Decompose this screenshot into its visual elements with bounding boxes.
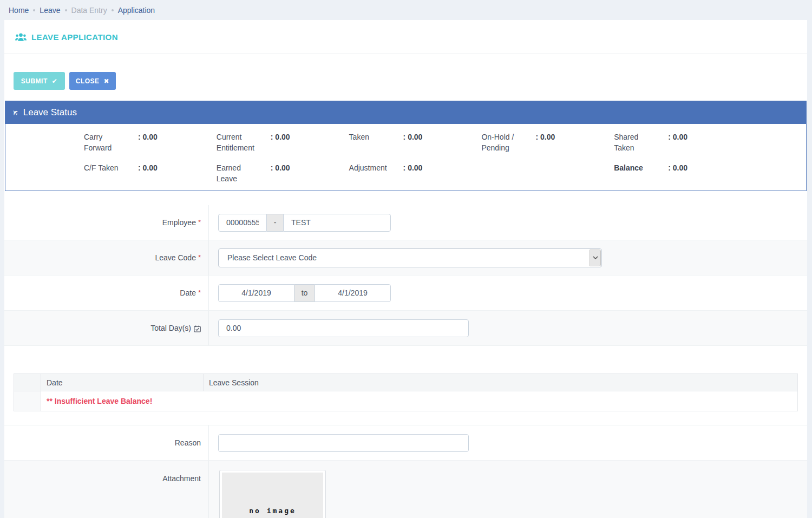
submit-button-label: SUBMIT <box>21 77 48 85</box>
leave-status-header: ✈ Leave Status <box>5 101 806 124</box>
stat-value: 0.00 <box>408 163 422 172</box>
total-days-input[interactable] <box>218 319 469 337</box>
stat-colon: : <box>668 133 671 141</box>
stat-label: Taken <box>349 132 403 142</box>
reason-input[interactable] <box>218 434 469 452</box>
stat-value: 0.00 <box>673 163 687 172</box>
stat-value: 0.00 <box>143 133 158 141</box>
stat-label: Shared Taken <box>614 132 668 154</box>
stat-label: Earned Leave <box>217 162 271 185</box>
leave-code-selected-value: Please Select Leave Code <box>219 249 601 267</box>
leave-application-form: Employee * - Leave Code * Please Select … <box>4 205 807 518</box>
date-to-input[interactable] <box>315 284 391 302</box>
check-icon: ✔ <box>52 77 58 85</box>
leave-application-card: LEAVE APPLICATION SUBMIT ✔ CLOSE ✖ ✈ Lea… <box>4 20 807 518</box>
attachment-upload-box[interactable]: no image <box>219 470 326 518</box>
stat-value: 0.00 <box>673 133 687 141</box>
stat-shared-taken: Shared Taken : 0.00 <box>614 132 746 154</box>
required-marker: * <box>198 253 201 261</box>
leave-code-select[interactable]: Please Select Leave Code <box>218 248 602 267</box>
stat-value: 0.00 <box>408 133 422 141</box>
stat-colon: : <box>535 133 538 141</box>
employee-name-input[interactable] <box>283 214 391 232</box>
employee-label-text: Employee <box>162 218 196 227</box>
leave-status-body: Carry Forward : 0.00 Current Entitlement… <box>5 124 806 191</box>
leave-session-table: Date Leave Session ** Insufficient Leave… <box>14 373 798 411</box>
chevron-down-icon <box>590 250 601 266</box>
date-range-group: to <box>218 284 391 302</box>
date-label: Date * <box>4 276 209 310</box>
employee-separator: - <box>267 214 283 232</box>
stat-colon: : <box>668 163 671 172</box>
breadcrumb-home[interactable]: Home <box>9 6 29 15</box>
stat-colon: : <box>403 133 406 141</box>
employee-label: Employee * <box>4 205 209 240</box>
leave-status-title: Leave Status <box>23 107 77 118</box>
total-days-label: Total Day(s) <box>4 311 209 345</box>
leave-status-panel: ✈ Leave Status Carry Forward : 0.00 Curr… <box>5 101 807 191</box>
card-header: LEAVE APPLICATION <box>4 20 807 54</box>
attachment-label: Attachment <box>4 461 209 518</box>
stat-colon: : <box>138 163 141 172</box>
employee-code-input[interactable] <box>218 214 267 232</box>
no-image-placeholder: no image <box>222 473 323 518</box>
breadcrumb-application[interactable]: Application <box>118 6 155 15</box>
date-label-text: Date <box>180 288 196 297</box>
stat-empty <box>481 162 614 185</box>
submit-button[interactable]: SUBMIT ✔ <box>14 72 65 90</box>
stat-taken: Taken : 0.00 <box>349 132 482 154</box>
breadcrumb-separator-dot <box>65 9 67 11</box>
users-icon <box>15 32 27 42</box>
breadcrumb-leave[interactable]: Leave <box>40 6 60 15</box>
stat-label: On-Hold / Pending <box>481 132 535 154</box>
stat-colon: : <box>403 163 406 172</box>
stat-value: 0.00 <box>275 133 290 141</box>
total-days-row: Total Day(s) <box>4 311 807 346</box>
leave-code-row: Leave Code * Please Select Leave Code <box>4 240 807 276</box>
date-to-separator: to <box>294 284 315 302</box>
stat-label: C/F Taken <box>84 162 138 173</box>
reason-label: Reason <box>4 425 209 460</box>
attachment-row: Attachment no image <box>4 461 807 518</box>
breadcrumb-separator-dot <box>112 9 114 11</box>
reason-row: Reason <box>4 425 807 461</box>
paper-plane-icon: ✈ <box>10 107 21 118</box>
stat-adjustment: Adjustment : 0.00 <box>349 162 482 185</box>
table-header-row: Date Leave Session <box>14 374 798 391</box>
stat-label: Carry Forward <box>84 132 138 154</box>
stat-colon: : <box>138 133 141 141</box>
table-header-leave-session: Leave Session <box>204 374 798 391</box>
breadcrumb: Home Leave Data Entry Application <box>0 0 812 20</box>
calendar-check-icon <box>194 325 201 332</box>
page-title: LEAVE APPLICATION <box>31 32 118 42</box>
stat-balance: Balance : 0.00 <box>614 162 746 185</box>
close-button[interactable]: CLOSE ✖ <box>69 72 116 90</box>
stat-current-entitlement: Current Entitlement : 0.00 <box>217 132 349 154</box>
insufficient-balance-warning: ** Insufficient Leave Balance! <box>47 397 152 405</box>
stat-label: Current Entitlement <box>217 132 271 154</box>
reason-label-text: Reason <box>175 438 201 447</box>
required-marker: * <box>198 218 201 226</box>
date-from-input[interactable] <box>218 284 294 302</box>
stat-value: 0.00 <box>143 163 158 172</box>
close-button-label: CLOSE <box>76 77 100 85</box>
leave-code-label-text: Leave Code <box>155 253 196 262</box>
stat-colon: : <box>271 163 273 172</box>
stat-label: Adjustment <box>349 162 403 173</box>
attachment-label-text: Attachment <box>162 474 201 483</box>
stat-on-hold-pending: On-Hold / Pending : 0.00 <box>481 132 614 154</box>
close-icon: ✖ <box>104 77 110 85</box>
date-row: Date * to <box>4 276 807 311</box>
table-message-cell: ** Insufficient Leave Balance! <box>41 391 798 411</box>
total-days-label-text: Total Day(s) <box>150 324 191 332</box>
no-image-text: no image <box>249 507 296 515</box>
stat-value: 0.00 <box>540 133 555 141</box>
breadcrumb-separator-dot <box>33 9 35 11</box>
stat-label: Balance <box>614 162 668 173</box>
stat-earned-leave: Earned Leave : 0.00 <box>217 162 349 185</box>
stat-colon: : <box>271 133 273 141</box>
required-marker: * <box>198 288 201 297</box>
table-row: ** Insufficient Leave Balance! <box>14 391 798 411</box>
toolbar: SUBMIT ✔ CLOSE ✖ <box>4 54 807 101</box>
table-header-select-column <box>14 374 41 391</box>
